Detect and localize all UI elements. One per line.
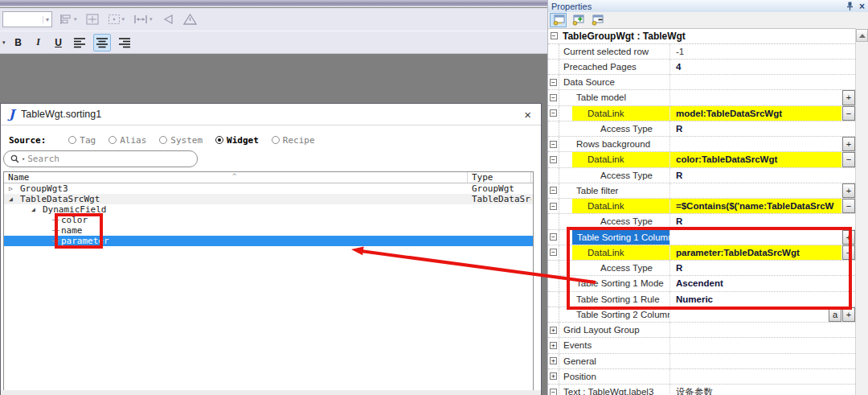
horizontal-spacing-icon[interactable]: ▾ — [132, 10, 154, 28]
bold-button[interactable]: B — [11, 34, 26, 51]
property-row[interactable]: +General — [548, 354, 855, 369]
align-text-center-button[interactable] — [93, 34, 111, 51]
property-row[interactable]: Table Sorting 1 ModeAscendent — [548, 276, 855, 291]
property-row[interactable]: +Grid Layout Group — [548, 323, 855, 338]
tree-row[interactable]: ◢DynamicField — [4, 204, 533, 215]
property-value[interactable]: color:TableDataSrcWgt — [670, 152, 841, 167]
collapse-icon[interactable]: − — [550, 233, 557, 241]
add-button[interactable]: + — [842, 183, 855, 198]
fit-to-window-icon[interactable] — [84, 10, 100, 28]
search-box[interactable]: ▾ Search — [3, 150, 198, 167]
expand-icon[interactable]: + — [550, 342, 557, 349]
remove-button[interactable]: − — [842, 106, 855, 121]
chevron-down-icon[interactable]: ▾ — [74, 16, 77, 23]
pin-icon[interactable] — [846, 2, 854, 10]
property-grid-header[interactable]: − TableGroupWgt : TableWgt — [548, 29, 855, 44]
collapse-icon[interactable]: − — [550, 187, 557, 194]
source-radio-system[interactable]: System — [159, 135, 203, 146]
scroll-up-button[interactable] — [856, 29, 868, 42]
source-radio-tag[interactable]: Tag — [68, 135, 96, 146]
property-value[interactable]: R — [670, 261, 855, 275]
property-row[interactable]: −Text : TableWgt.label3设备参数 — [548, 385, 855, 395]
property-row[interactable]: Precached Pages4 — [548, 60, 855, 75]
property-row[interactable]: Table Sorting 1 RuleNumeric — [548, 292, 855, 307]
tree-row[interactable]: ◢TableDataSrcWgtTableDataSrcWgt — [4, 194, 533, 204]
property-row[interactable]: Current selected row-1 — [548, 44, 855, 60]
property-page-add-icon[interactable] — [569, 13, 586, 27]
property-value[interactable]: R — [670, 168, 855, 183]
remove-button[interactable]: − — [842, 152, 855, 167]
property-row[interactable]: Access TypeR — [548, 261, 855, 276]
align-text-left-button[interactable] — [72, 34, 88, 51]
expand-icon[interactable]: + — [550, 372, 557, 380]
chevron-down-icon[interactable]: ▾ — [22, 156, 25, 163]
property-value[interactable]: 4 — [670, 60, 855, 74]
style-combo-input[interactable] — [3, 13, 43, 26]
property-row[interactable]: −DataLinkparameter:TableDataSrcWgt− — [548, 245, 855, 261]
add-button[interactable]: + — [842, 137, 855, 151]
expand-icon[interactable]: + — [550, 327, 557, 334]
collapse-icon[interactable]: − — [550, 203, 557, 210]
source-radio-alias[interactable]: Alias — [108, 135, 146, 146]
collapse-icon[interactable]: − — [550, 109, 557, 117]
property-page-remove-icon[interactable] — [588, 13, 605, 27]
collapse-icon[interactable]: − — [550, 389, 557, 395]
property-row[interactable]: Access TypeR — [548, 214, 855, 229]
underline-button[interactable]: U — [51, 34, 66, 51]
collapse-icon[interactable]: − — [550, 79, 557, 86]
remove-button[interactable]: − — [842, 199, 855, 213]
add-button[interactable]: + — [842, 230, 855, 245]
source-radio-recipe[interactable]: Recipe — [272, 135, 315, 146]
tree-header-type[interactable]: Type — [468, 172, 531, 183]
a-button[interactable]: a — [829, 307, 841, 322]
tree-row[interactable]: color — [4, 215, 533, 225]
property-value[interactable]: Ascendent — [670, 276, 855, 290]
collapse-icon[interactable]: − — [551, 32, 558, 39]
property-value[interactable]: =$Contains($('name:TableDataSrcW — [670, 199, 841, 213]
property-row[interactable]: −Table filter+ — [548, 183, 855, 199]
property-row[interactable]: −DataLinkcolor:TableDataSrcWgt− — [548, 152, 855, 167]
scrollbar[interactable] — [855, 28, 868, 395]
property-value[interactable]: Numeric — [670, 292, 855, 307]
align-text-right-button[interactable] — [117, 34, 133, 51]
property-row[interactable]: −DataLinkmodel:TableDataSrcWgt− — [548, 106, 855, 121]
close-icon[interactable]: × — [859, 1, 865, 12]
property-row[interactable]: −Data Source — [548, 75, 855, 90]
collapse-icon[interactable]: − — [550, 94, 557, 101]
tree-expanded-icon[interactable]: ◢ — [9, 194, 17, 204]
chevron-down-icon[interactable]: ▾ — [122, 16, 125, 23]
property-row[interactable]: Access TypeR — [548, 168, 855, 183]
chevron-down-icon[interactable]: ▾ — [149, 16, 153, 23]
property-value[interactable]: -1 — [670, 44, 855, 59]
property-page-icon[interactable] — [550, 13, 567, 27]
source-radio-widget[interactable]: Widget — [215, 135, 259, 146]
property-row[interactable]: −Table Sorting 1 Column+ — [548, 230, 855, 245]
property-row[interactable]: −Rows background+ — [548, 137, 855, 152]
italic-button[interactable]: I — [31, 34, 46, 51]
property-value[interactable]: R — [670, 121, 855, 136]
collapse-icon[interactable]: − — [550, 249, 557, 256]
add-button[interactable]: + — [842, 90, 855, 105]
property-row[interactable]: +Position — [548, 369, 855, 385]
property-value[interactable]: R — [670, 214, 855, 228]
flip-shape-icon[interactable] — [160, 10, 176, 28]
property-value[interactable]: parameter:TableDataSrcWgt — [670, 245, 841, 260]
add-button[interactable]: + — [842, 307, 855, 322]
collapse-icon[interactable]: − — [550, 141, 557, 148]
collapse-icon[interactable]: − — [550, 156, 557, 163]
tree-row[interactable]: ▷GroupWgt3GroupWgt — [4, 183, 533, 194]
property-row[interactable]: −DataLink=$Contains($('name:TableDataSrc… — [548, 199, 855, 214]
tree-row[interactable]: name — [4, 225, 533, 236]
dialog-close-button[interactable]: × — [524, 108, 531, 121]
property-row[interactable]: +Events — [548, 338, 855, 353]
property-row[interactable]: −Table model+ — [548, 90, 855, 105]
tree-expanded-icon[interactable]: ◢ — [31, 204, 39, 215]
property-row[interactable]: Table Sorting 2 Columna+ — [548, 307, 855, 323]
chevron-down-icon[interactable]: ▾ — [43, 16, 51, 23]
property-row[interactable]: Access TypeR — [548, 121, 855, 137]
expand-icon[interactable]: + — [550, 357, 557, 364]
property-value[interactable]: 设备参数 — [670, 385, 855, 395]
tree-collapsed-icon[interactable]: ▷ — [9, 183, 17, 194]
property-value[interactable]: model:TableDataSrcWgt — [670, 106, 841, 121]
style-combo[interactable]: ▾ — [2, 11, 52, 27]
